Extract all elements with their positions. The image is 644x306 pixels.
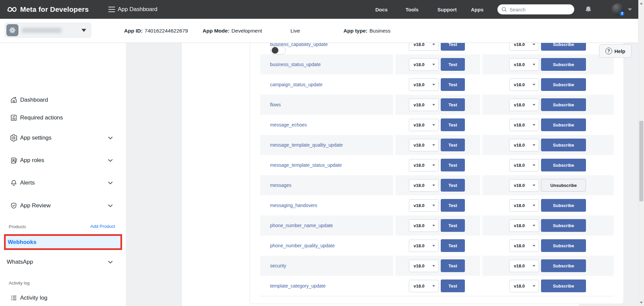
test-button[interactable]: Test [441, 219, 465, 232]
app-selector-dropdown[interactable] [5, 23, 91, 38]
app-mode-toggle[interactable] [270, 46, 286, 55]
subscribe-button[interactable]: Subscribe [541, 58, 586, 71]
meta-logo[interactable]: Meta for Developers [7, 0, 89, 19]
subscribe-button[interactable]: Subscribe [541, 98, 586, 111]
subscribe-version-dropdown[interactable]: v18.0 [509, 58, 539, 71]
test-button[interactable]: Test [441, 98, 465, 111]
test-button[interactable]: Test [441, 239, 465, 252]
window-scrollbar[interactable] [638, 0, 644, 306]
webhook-field-link[interactable]: phone_number_name_update [270, 223, 333, 228]
sidebar-item-required-actions[interactable]: Required actions [0, 110, 126, 126]
scrollbar-down-arrow-icon[interactable] [640, 302, 643, 304]
subscribe-button[interactable]: Subscribe [541, 279, 586, 292]
test-button[interactable]: Test [441, 139, 465, 151]
test-button[interactable]: Test [441, 43, 465, 51]
nav-link-apps[interactable]: Apps [471, 0, 484, 19]
sidebar-item-whatsapp[interactable]: WhatsApp [0, 254, 126, 270]
webhook-field-link[interactable]: messaging_handovers [270, 203, 317, 208]
subscribe-button[interactable]: Subscribe [541, 259, 586, 272]
test-version-dropdown[interactable]: v18.0 [409, 139, 439, 151]
sidebar-item-app-settings[interactable]: App settings [0, 130, 126, 146]
sidebar-item-activity-log[interactable]: Activity log [0, 290, 126, 306]
webhook-field-link[interactable]: message_template_quality_update [270, 142, 343, 148]
scrollbar-up-arrow-icon[interactable] [640, 2, 643, 4]
account-menu-caret-icon[interactable] [628, 8, 632, 11]
test-button[interactable]: Test [441, 78, 465, 91]
test-version-dropdown[interactable]: v18.0 [409, 219, 439, 232]
notifications-bell-icon[interactable] [584, 5, 592, 13]
test-button[interactable]: Test [441, 199, 465, 212]
webhook-field-link[interactable]: message_echoes [270, 122, 307, 128]
test-version-dropdown[interactable]: v18.0 [409, 43, 439, 51]
nav-link-docs[interactable]: Docs [375, 0, 388, 19]
sidebar-item-dashboard[interactable]: Dashboard [0, 92, 126, 108]
test-cell: v18.0Test [395, 256, 480, 276]
subscribe-version-dropdown[interactable]: v18.0 [509, 199, 539, 212]
nav-link-tools[interactable]: Tools [406, 0, 419, 19]
scrollbar-thumb[interactable] [639, 121, 643, 201]
version-value: v18.0 [414, 223, 425, 228]
app-id-field: App ID: 740162244622679 [124, 19, 188, 43]
help-button[interactable]: ? Help [599, 44, 632, 58]
add-product-link[interactable]: Add Product [90, 224, 115, 229]
subscribe-version-dropdown[interactable]: v18.0 [509, 119, 539, 131]
test-button[interactable]: Test [441, 279, 465, 292]
subscribe-button[interactable]: Subscribe [541, 159, 586, 171]
test-version-dropdown[interactable]: v18.0 [409, 79, 439, 91]
subscribe-version-dropdown[interactable]: v18.0 [509, 280, 539, 292]
search-input[interactable] [509, 7, 567, 12]
sidebar-item-webhooks-selected[interactable]: Webhooks [4, 234, 122, 250]
hamburger-menu-icon[interactable] [108, 7, 115, 12]
test-version-dropdown[interactable]: v18.0 [409, 179, 439, 192]
subscribe-button[interactable]: Subscribe [541, 118, 586, 131]
test-button[interactable]: Test [441, 259, 465, 272]
webhook-field-link[interactable]: flows [270, 102, 281, 107]
test-button[interactable]: Test [441, 159, 465, 171]
nav-link-support[interactable]: Support [437, 0, 457, 19]
test-version-dropdown[interactable]: v18.0 [409, 58, 439, 71]
test-version-dropdown[interactable]: v18.0 [409, 99, 439, 111]
subscribe-version-dropdown[interactable]: v18.0 [509, 260, 539, 272]
test-version-dropdown[interactable]: v18.0 [409, 280, 439, 292]
subscribe-button[interactable]: Subscribe [541, 139, 586, 151]
sidebar-item-label: App roles [20, 157, 44, 164]
test-version-dropdown[interactable]: v18.0 [409, 199, 439, 212]
webhook-field-link[interactable]: phone_number_quality_update [270, 243, 335, 248]
webhook-field-link[interactable]: messages [270, 183, 291, 188]
subscribe-button[interactable]: Subscribe [541, 219, 586, 232]
test-button[interactable]: Test [441, 179, 465, 192]
sidebar-item-app-roles[interactable]: App roles [0, 152, 126, 168]
subscribe-version-dropdown[interactable]: v18.0 [509, 159, 539, 171]
field-name-cell: phone_number_name_update [260, 215, 393, 236]
search-box[interactable] [497, 4, 574, 14]
sidebar-item-app-review[interactable]: App Review [0, 198, 126, 214]
subscribe-version-dropdown[interactable]: v18.0 [509, 219, 539, 232]
unsubscribe-button[interactable]: Unsubscribe [541, 179, 586, 192]
subscribe-version-dropdown[interactable]: v18.0 [509, 79, 539, 91]
subscribe-button[interactable]: Subscribe [541, 78, 586, 91]
test-version-dropdown[interactable]: v18.0 [409, 260, 439, 272]
test-version-dropdown[interactable]: v18.0 [409, 240, 439, 252]
subscribe-version-dropdown[interactable]: v18.0 [509, 179, 539, 192]
subscribe-version-dropdown[interactable]: v18.0 [509, 139, 539, 151]
test-version-dropdown[interactable]: v18.0 [409, 119, 439, 131]
user-avatar[interactable]: f [612, 3, 624, 15]
subscribe-button[interactable]: Subscribe [541, 239, 586, 252]
webhook-field-link[interactable]: template_category_update [270, 283, 326, 289]
subscribe-button[interactable]: Subscribe [541, 199, 586, 212]
sidebar-item-alerts[interactable]: Alerts [0, 175, 126, 191]
subscribe-version-dropdown[interactable]: v18.0 [509, 43, 539, 51]
app-type-label: App type: [343, 28, 367, 34]
webhook-field-link[interactable]: campaign_status_update [270, 82, 322, 87]
test-button[interactable]: Test [441, 118, 465, 131]
test-button[interactable]: Test [441, 58, 465, 71]
caret-down-icon [432, 185, 435, 186]
webhook-field-link[interactable]: security [270, 263, 286, 268]
subscribe-version-dropdown[interactable]: v18.0 [509, 240, 539, 252]
test-version-dropdown[interactable]: v18.0 [409, 159, 439, 171]
subscribe-version-dropdown[interactable]: v18.0 [509, 99, 539, 111]
subscribe-button[interactable]: Subscribe [541, 43, 586, 51]
webhook-field-link[interactable]: message_template_status_update [270, 162, 342, 168]
caret-down-icon [432, 64, 435, 65]
webhook-field-link[interactable]: business_status_update [270, 62, 321, 67]
